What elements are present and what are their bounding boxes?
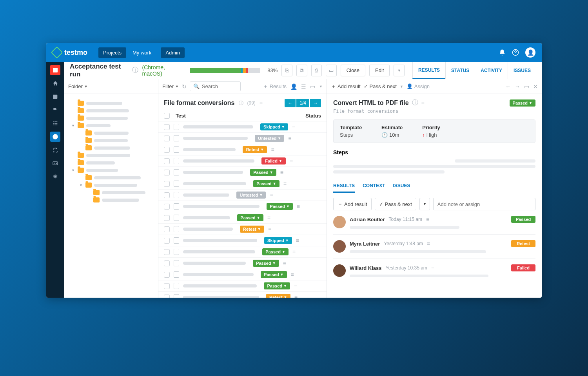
select-all-checkbox[interactable] <box>164 113 170 119</box>
close-icon[interactable]: ✕ <box>533 83 538 90</box>
filter-dropdown[interactable]: Filter ▼ <box>162 83 179 89</box>
detail-pass-next[interactable]: ✓ Pass & next <box>375 198 416 210</box>
assign-button[interactable]: 👤 Assign <box>407 83 430 89</box>
row-menu-icon[interactable]: ≡ <box>268 226 271 232</box>
folder-item[interactable] <box>71 99 154 107</box>
row-checkbox[interactable] <box>164 272 170 278</box>
sidebar-book[interactable] <box>50 92 60 102</box>
sidebar-settings[interactable] <box>50 172 60 182</box>
status-badge[interactable]: Skipped ▼ <box>264 237 292 244</box>
status-badge[interactable]: Retest ▼ <box>240 226 264 233</box>
test-row[interactable]: Passed ▼≡ <box>158 167 327 178</box>
status-badge[interactable]: Retest ▼ <box>243 146 267 153</box>
test-row[interactable]: Failed ▼≡ <box>158 155 327 167</box>
test-row[interactable]: Retest ▼≡ <box>158 144 327 155</box>
row-menu-icon[interactable]: ≡ <box>297 203 300 210</box>
edit-button[interactable]: Edit <box>369 65 390 76</box>
row-menu-icon[interactable]: ≡ <box>290 158 293 164</box>
test-row[interactable]: Untested ▼≡ <box>158 133 327 144</box>
test-row[interactable]: Passed ▼≡ <box>158 178 327 190</box>
detail-tab-issues[interactable]: ISSUES <box>393 180 410 193</box>
folder-item[interactable] <box>71 107 154 114</box>
row-menu-icon[interactable]: ≡ <box>294 294 298 298</box>
detail-pass-next-dd[interactable]: ▼ <box>419 198 430 210</box>
status-badge[interactable]: Passed ▼ <box>267 203 292 210</box>
test-row[interactable]: Passed ▼≡ <box>158 212 327 224</box>
bell-icon[interactable] <box>499 49 506 56</box>
detail-info-icon[interactable]: ⓘ <box>412 99 418 107</box>
status-badge[interactable]: Retest ▼ <box>266 294 290 298</box>
row-menu-icon[interactable]: ≡ <box>296 237 299 244</box>
search-field[interactable] <box>202 83 237 89</box>
detail-tab-context[interactable]: CONTEXT <box>363 180 385 193</box>
status-badge[interactable]: Passed ▼ <box>264 282 290 289</box>
edit-dropdown[interactable]: ▼ <box>394 65 405 76</box>
status-badge[interactable]: Passed ▼ <box>262 248 288 255</box>
folder-item[interactable] <box>71 137 154 144</box>
tab-results[interactable]: RESULTS <box>412 62 445 79</box>
row-checkbox[interactable] <box>164 158 170 164</box>
nav-next-icon[interactable]: → <box>515 83 520 90</box>
folder-item[interactable] <box>71 159 154 166</box>
pager-page[interactable]: 1/4 <box>296 99 309 107</box>
result-menu-icon[interactable]: ≡ <box>431 265 434 271</box>
copy-icon[interactable]: ⧉ <box>296 65 307 76</box>
folder-item[interactable]: ▼ <box>71 181 154 189</box>
row-checkbox[interactable] <box>164 283 170 289</box>
detail-tab-results[interactable]: RESULTS <box>333 180 355 193</box>
user-icon[interactable]: 👤 <box>290 83 297 90</box>
list-icon[interactable]: ☰ <box>301 83 306 90</box>
status-badge[interactable]: Skipped ▼ <box>260 123 288 130</box>
test-row[interactable]: Skipped ▼≡ <box>158 121 327 133</box>
tab-issues[interactable]: ISSUES <box>508 62 536 79</box>
detail-add-result[interactable]: ＋ Add result <box>333 198 372 210</box>
nav-mywork[interactable]: My work <box>128 47 156 58</box>
tests-info-icon[interactable]: ⓘ <box>239 100 243 107</box>
row-checkbox[interactable] <box>164 260 170 266</box>
add-result-button[interactable]: ＋ Add result <box>331 83 361 90</box>
pager-next[interactable]: → <box>310 99 321 107</box>
status-badge[interactable]: Passed ▼ <box>510 99 535 107</box>
row-checkbox[interactable] <box>164 249 170 255</box>
expand-icon[interactable]: ▭ <box>524 83 529 90</box>
archive-icon[interactable]: ▭ <box>326 65 337 76</box>
row-checkbox[interactable] <box>164 181 170 187</box>
nav-prev-icon[interactable]: ← <box>505 83 511 90</box>
tests-menu-icon[interactable]: ≡ <box>260 100 263 106</box>
test-row[interactable]: Passed ▼≡ <box>158 246 327 258</box>
row-menu-icon[interactable]: ≡ <box>291 271 294 278</box>
sidebar-automation[interactable] <box>50 158 60 168</box>
status-badge[interactable]: Passed ▼ <box>253 180 279 187</box>
folder-item[interactable] <box>71 189 154 196</box>
test-row[interactable]: Passed ▼≡ <box>158 201 327 212</box>
test-row[interactable]: Untested ▼≡ <box>158 190 327 201</box>
row-checkbox[interactable] <box>164 192 170 198</box>
export-icon[interactable]: ⎘ <box>281 65 292 76</box>
test-row[interactable]: Passed ▼≡ <box>158 258 327 269</box>
status-badge[interactable]: Passed ▼ <box>237 214 263 221</box>
row-checkbox[interactable] <box>164 238 170 244</box>
tab-activity[interactable]: ACTIVITY <box>475 62 508 79</box>
status-badge[interactable]: Untested ▼ <box>255 135 284 142</box>
pager-prev[interactable]: ← <box>285 99 296 107</box>
refresh-icon[interactable]: ↻ <box>182 83 187 90</box>
sidebar-dashboard[interactable] <box>50 65 60 75</box>
folder-item[interactable] <box>71 196 154 204</box>
row-menu-icon[interactable]: ≡ <box>283 260 286 266</box>
status-badge[interactable]: Untested ▼ <box>236 192 266 199</box>
folder-icon[interactable]: ▭ <box>310 83 315 90</box>
row-checkbox[interactable] <box>164 215 170 221</box>
sidebar-flag[interactable] <box>50 105 60 115</box>
row-menu-icon[interactable]: ≡ <box>288 135 291 141</box>
sidebar-sync[interactable] <box>50 145 60 155</box>
more-dropdown[interactable]: ▼ <box>319 85 323 89</box>
folder-item[interactable] <box>71 114 154 122</box>
folder-item[interactable] <box>71 129 154 137</box>
status-badge[interactable]: Passed ▼ <box>250 169 276 176</box>
folder-item[interactable] <box>71 144 154 152</box>
test-row[interactable]: Retest ▼≡ <box>158 292 327 298</box>
test-row[interactable]: Skipped ▼≡ <box>158 235 327 246</box>
note-input[interactable] <box>433 198 535 210</box>
row-checkbox[interactable] <box>164 295 170 298</box>
row-menu-icon[interactable]: ≡ <box>267 215 270 221</box>
